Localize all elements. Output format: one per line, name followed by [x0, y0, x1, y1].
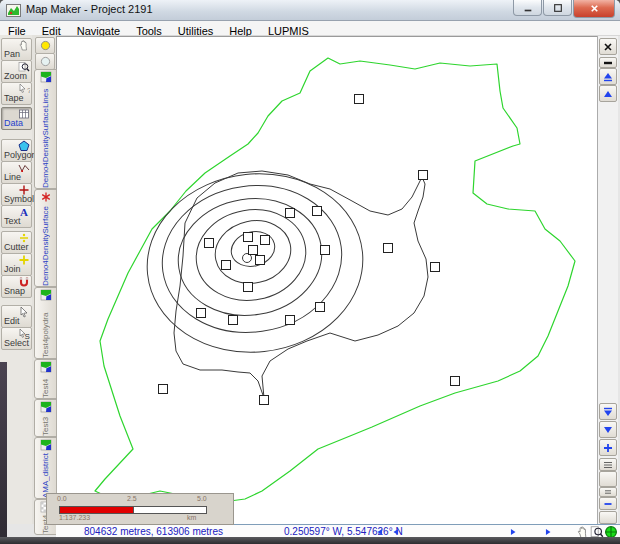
window-frame-left: [0, 362, 7, 537]
point-symbol-square[interactable]: [431, 263, 440, 272]
toolbar-button-join[interactable]: Join: [1, 253, 32, 276]
map-strip-button-plus-blue[interactable]: [599, 439, 617, 456]
tri-left-icon: [375, 527, 385, 537]
layer-green-icon: [40, 401, 52, 413]
toolbar-button-cutter[interactable]: Cutter: [1, 231, 32, 254]
toolbar-label: Tape: [4, 93, 24, 103]
layer-tab-label: AMA_district: [40, 452, 52, 498]
toolbar-button-polygon[interactable]: Polygon: [1, 139, 32, 162]
point-symbol-square[interactable]: [159, 385, 168, 394]
window-title: Map Maker - Project 2191: [26, 3, 153, 15]
circle-pale-icon: [40, 56, 51, 67]
window-frame-bottom: [0, 537, 620, 544]
map-strip-button-x-mark[interactable]: [599, 38, 617, 55]
minimize-button[interactable]: [513, 0, 542, 16]
toolbar-button-text[interactable]: AText: [1, 205, 32, 228]
point-symbol-square[interactable]: [286, 209, 295, 218]
point-symbol-square[interactable]: [222, 261, 231, 270]
map-strip-button-tri-up[interactable]: [599, 85, 617, 102]
tri-up-icon: [602, 88, 614, 100]
window-controls: [512, 0, 615, 18]
toolbar-label: Symbol: [4, 194, 34, 204]
layer-tab-demo4densitysurface[interactable]: Demo4DensitySurface: [34, 189, 57, 287]
point-symbol-square[interactable]: [256, 256, 265, 265]
scale-unit: km: [187, 514, 196, 521]
maximize-button[interactable]: [543, 0, 572, 16]
blank-icon: [602, 473, 614, 485]
toolbar-label: Edit: [4, 316, 20, 326]
menu-bar: FileEditNavigateToolsUtilitiesHelpLUPMIS: [0, 21, 620, 36]
layer-tab-test4polydra[interactable]: Test4polydra: [34, 287, 57, 359]
point-symbol-square[interactable]: [197, 309, 206, 318]
toolbar-button-data[interactable]: Data: [1, 107, 32, 130]
layer-tab-test3[interactable]: Test3: [34, 399, 57, 437]
point-symbol-square[interactable]: [249, 246, 258, 255]
point-symbol-square[interactable]: [205, 239, 214, 248]
map-strip-button-tri-up-line[interactable]: [599, 68, 617, 85]
map-strip-button-minus-black[interactable]: [599, 57, 617, 68]
minus-blue-icon: [602, 498, 614, 510]
map-strip-button-equals[interactable]: [599, 487, 617, 497]
point-symbol-square[interactable]: [321, 246, 330, 255]
point-symbol-square[interactable]: [260, 396, 269, 405]
layer-green-icon: [40, 71, 52, 83]
toolbar-label: Polygon: [4, 150, 37, 160]
layer-strip-button-circle-pale[interactable]: [35, 53, 55, 70]
layer-green-icon: [40, 439, 52, 451]
toolbar-button-line[interactable]: Line: [1, 161, 32, 184]
layer-strip-button-circle-yellow[interactable]: [35, 37, 55, 54]
point-symbol-square[interactable]: [261, 236, 270, 245]
point-symbol-square[interactable]: [419, 171, 428, 180]
point-symbol-square[interactable]: [244, 233, 253, 242]
status-nav-tri-left[interactable]: [373, 526, 386, 537]
point-symbol-square[interactable]: [355, 95, 364, 104]
toolbar-button-edit[interactable]: Edit: [1, 305, 32, 328]
toolbar-button-zoom[interactable]: Zoom: [1, 60, 32, 83]
scale-bar-white-segment: [133, 506, 207, 514]
point-symbol-square[interactable]: [244, 283, 253, 292]
layer-tab-label: Test4polydra: [40, 302, 52, 358]
scale-tick-2: 5.0: [197, 495, 207, 502]
toolbar-button-symbol[interactable]: Symbol: [1, 183, 32, 206]
layer-tab-ama_district[interactable]: AMA_district: [34, 437, 57, 499]
point-symbol-square[interactable]: [313, 207, 322, 216]
close-button[interactable]: [573, 0, 615, 18]
density-contour-line: [170, 188, 330, 325]
status-coordinates-metric: 804632 metres, 613906 metres: [84, 526, 223, 537]
tri-down-line-icon: [602, 406, 614, 418]
toolbar-button-select[interactable]: SSelect: [1, 327, 32, 350]
tri-up-line-icon: [602, 71, 614, 83]
map-canvas[interactable]: [56, 36, 598, 525]
status-nav-tri-left[interactable]: [389, 526, 402, 537]
app-icon: [6, 3, 21, 16]
status-nav-tri-right[interactable]: [541, 526, 554, 537]
map-strip-button-tri-down[interactable]: [599, 421, 617, 438]
map-strip-button-minus-blue[interactable]: [599, 497, 617, 510]
toolbar-label: Text: [4, 216, 21, 226]
point-symbol-square[interactable]: [286, 316, 295, 325]
circle-yellow-icon: [40, 40, 51, 51]
map-strip-button-tri-down-line[interactable]: [599, 403, 617, 420]
map-strip-button-blank[interactable]: [599, 471, 617, 487]
point-symbol-square[interactable]: [229, 316, 238, 325]
map-strip-button-menu-lines[interactable]: [599, 458, 617, 471]
toolbar-button-pan[interactable]: Pan: [1, 38, 32, 61]
point-symbol-square[interactable]: [316, 303, 325, 312]
toolbar-button-tape[interactable]: ?Tape: [1, 82, 32, 105]
toolbar-label: Pan: [4, 49, 20, 59]
title-bar: Map Maker - Project 2191: [0, 0, 620, 21]
toolbar-button-snap[interactable]: Snap: [1, 275, 32, 298]
app-window: Map Maker - Project 2191 FileEditNavigat…: [0, 0, 620, 544]
scale-ratio: 1:137.233: [59, 514, 90, 521]
status-nav-tri-right[interactable]: [506, 526, 519, 537]
layer-tab-demo4densitysurfacelines[interactable]: Demo4DensitySurfaceLines: [34, 69, 57, 189]
point-symbol-square[interactable]: [384, 244, 393, 253]
map-strip-button-blank[interactable]: [599, 511, 617, 524]
layer-green-icon: [40, 289, 52, 301]
minus-black-icon: [602, 57, 614, 69]
tri-left-icon: [391, 527, 401, 537]
point-symbol-square[interactable]: [451, 377, 460, 386]
toolbar-label: Snap: [4, 286, 25, 296]
layer-tab-label: Demo4DensitySurfaceLines: [40, 84, 52, 188]
layer-tab-test4[interactable]: Test4: [34, 359, 57, 399]
